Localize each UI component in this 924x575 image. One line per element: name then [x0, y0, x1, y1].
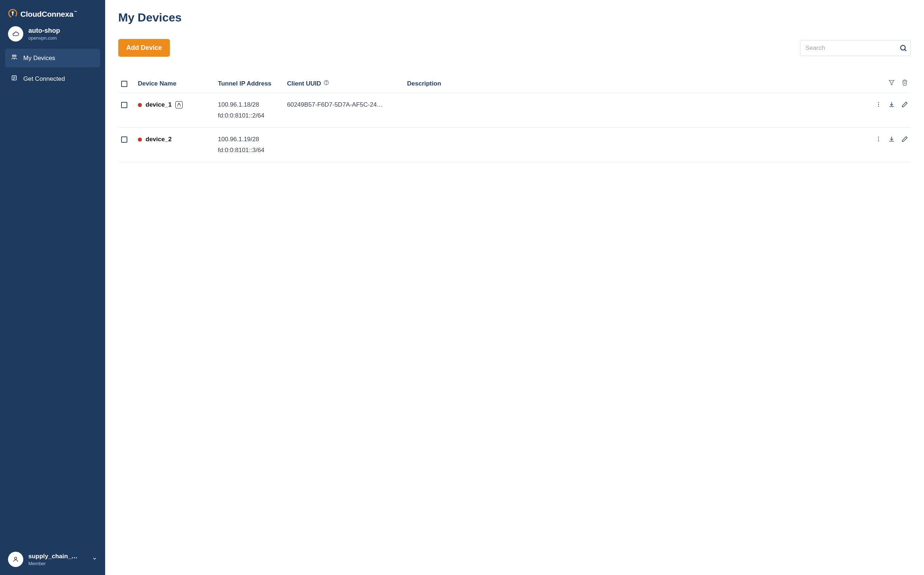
svg-point-18 [878, 106, 879, 106]
col-description[interactable]: Description [407, 80, 864, 87]
col-client-uuid[interactable]: Client UUID [287, 80, 407, 87]
svg-point-3 [13, 55, 14, 57]
status-dot-offline [138, 103, 142, 107]
download-icon[interactable] [888, 101, 895, 110]
chevron-down-icon [92, 556, 97, 562]
sidebar: CloudConnexa™ auto-shop openvpn.com My D… [0, 0, 105, 575]
brand-icon [8, 9, 17, 20]
more-icon[interactable] [875, 136, 882, 144]
trash-icon[interactable] [902, 79, 908, 88]
col-tunnel-ip[interactable]: Tunnel IP Address [218, 80, 287, 87]
user-menu[interactable]: supply_chain_… Member [0, 545, 105, 575]
search-input[interactable] [800, 40, 911, 56]
filter-icon[interactable] [888, 79, 895, 88]
table-row: device_1 100.96.1.18/28 fd:0:0:8101::2/6… [118, 93, 911, 128]
devices-table: Device Name Tunnel IP Address Client UUI… [118, 74, 911, 162]
svg-point-21 [878, 140, 879, 141]
brand-name: CloudConnexa™ [21, 10, 77, 19]
org-selector[interactable]: auto-shop openvpn.com [0, 26, 105, 49]
brand-logo[interactable]: CloudConnexa™ [0, 0, 105, 26]
page-title: My Devices [118, 11, 911, 24]
user-name: supply_chain_… [29, 553, 78, 560]
table-row: device_2 100.96.1.19/28 fd:0:0:8101::3/6… [118, 128, 911, 162]
device-name: device_1 [146, 101, 172, 108]
row-checkbox[interactable] [121, 137, 127, 143]
svg-rect-15 [178, 103, 179, 105]
svg-point-4 [14, 55, 16, 57]
svg-point-13 [326, 84, 326, 84]
col-device-name[interactable]: Device Name [138, 80, 218, 87]
svg-marker-14 [889, 80, 894, 85]
search-field [800, 40, 911, 56]
status-dot-offline [138, 138, 142, 141]
help-icon[interactable] [323, 80, 329, 87]
toolbar: Add Device [118, 39, 911, 57]
edit-icon[interactable] [902, 101, 908, 110]
svg-point-17 [878, 104, 879, 105]
svg-point-20 [878, 139, 879, 140]
user-avatar-icon [8, 552, 23, 567]
os-icon [175, 101, 182, 108]
svg-rect-2 [13, 13, 13, 16]
sidebar-nav: My Devices Get Connected [0, 49, 105, 90]
svg-line-11 [905, 49, 906, 51]
ipv4-address: 100.96.1.18/28 [218, 101, 287, 108]
add-device-button[interactable]: Add Device [118, 39, 170, 57]
org-name: auto-shop [29, 27, 60, 35]
user-role: Member [29, 561, 78, 566]
svg-point-10 [901, 45, 905, 50]
client-uuid: 60249B57-F6D7-5D7A-AF5C-24… [287, 101, 407, 108]
svg-point-16 [878, 102, 879, 103]
search-icon[interactable] [899, 44, 907, 52]
cloud-icon [8, 26, 23, 41]
edit-icon[interactable] [902, 136, 908, 144]
svg-point-19 [878, 137, 879, 138]
ipv6-address: fd:0:0:8101::2/64 [218, 112, 287, 119]
ipv4-address: 100.96.1.19/28 [218, 136, 287, 143]
devices-icon [11, 54, 17, 62]
download-icon[interactable] [888, 136, 895, 144]
sidebar-item-label: My Devices [23, 55, 55, 62]
ipv6-address: fd:0:0:8101::3/64 [218, 147, 287, 154]
svg-point-9 [14, 557, 17, 559]
org-domain: openvpn.com [29, 35, 60, 41]
more-icon[interactable] [875, 101, 882, 110]
sidebar-item-label: Get Connected [23, 75, 65, 83]
row-checkbox[interactable] [121, 102, 127, 108]
sidebar-item-my-devices[interactable]: My Devices [5, 49, 100, 67]
select-all-checkbox[interactable] [121, 81, 127, 87]
main-content: My Devices Add Device Device Name Tunnel… [105, 0, 924, 575]
device-name: device_2 [146, 136, 172, 143]
table-header: Device Name Tunnel IP Address Client UUI… [118, 74, 911, 93]
connected-icon [11, 75, 17, 83]
sidebar-item-get-connected[interactable]: Get Connected [5, 70, 100, 88]
